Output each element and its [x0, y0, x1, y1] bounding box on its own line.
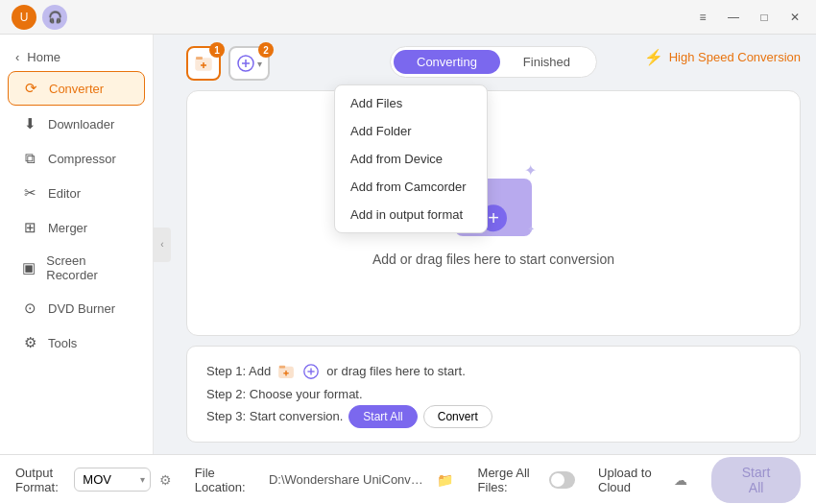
step1-prefix: Step 1: Add	[206, 360, 271, 382]
merger-icon: ⊞	[21, 219, 38, 236]
sidebar-item-downloader[interactable]: ⬇ Downloader	[8, 108, 145, 140]
tab-bar: Converting Finished	[390, 46, 597, 78]
merge-all-label: Merge All Files:	[478, 466, 542, 494]
menu-button[interactable]: ≡	[689, 4, 716, 31]
back-icon: ‹	[15, 50, 19, 64]
step1-suffix: or drag files here to start.	[326, 360, 466, 382]
sparkle-top-icon: ✦	[524, 161, 537, 180]
step3-prefix: Step 3: Start conversion.	[206, 405, 343, 427]
file-location-value: D:\Wondershare UniConverter 1	[269, 472, 428, 487]
sidebar-label-downloader: Downloader	[48, 117, 114, 132]
sidebar-label-merger: Merger	[48, 221, 87, 235]
title-bar: U 🎧 ≡ — □ ✕	[0, 0, 816, 35]
converter-icon: ⟳	[22, 80, 39, 97]
close-button[interactable]: ✕	[781, 4, 808, 31]
sidebar-item-compressor[interactable]: ⧉ Compressor	[8, 142, 145, 175]
screen-recorder-icon: ▣	[21, 259, 36, 276]
tab-finished[interactable]: Finished	[500, 50, 593, 74]
downloader-icon: ⬇	[21, 115, 38, 132]
tools-icon: ⚙	[21, 334, 38, 351]
merge-all-toggle[interactable]	[549, 471, 575, 489]
dropdown-add-files[interactable]: Add Files	[335, 89, 487, 117]
headphone-icon: 🎧	[42, 5, 67, 30]
add-dropdown-button[interactable]: ▾ 2	[228, 46, 270, 81]
upload-cloud-icon[interactable]: ☁	[673, 469, 688, 491]
sidebar-item-converter[interactable]: ⟳ Converter	[8, 71, 145, 106]
home-label: Home	[27, 50, 60, 64]
main-content: 1 ▾ 2 Converting Finished ⚡ High Speed C…	[171, 35, 816, 454]
output-format-select[interactable]: MOV MP4 AVI	[74, 468, 151, 492]
merge-all-field: Merge All Files:	[478, 466, 575, 494]
step3-convert-button[interactable]: Convert	[423, 405, 492, 428]
upload-cloud-field: Upload to Cloud ☁	[598, 466, 688, 494]
sidebar-label-tools: Tools	[48, 336, 77, 350]
sparkle-bottom-icon: ✦	[527, 224, 535, 234]
compressor-icon: ⧉	[21, 150, 38, 167]
add-files-badge: 1	[209, 42, 225, 58]
file-location-folder-icon[interactable]: 📁	[436, 469, 455, 491]
minimize-button[interactable]: —	[720, 4, 747, 31]
svg-rect-8	[279, 366, 285, 369]
start-all-button[interactable]: Start All	[711, 457, 801, 503]
add-dropdown-menu: Add Files Add Folder Add from Device Add…	[334, 84, 488, 233]
sidebar-label-screen-recorder: Screen Recorder	[46, 253, 132, 282]
bolt-icon: ⚡	[644, 48, 663, 66]
output-format-field: Output Format: MOV MP4 AVI ▾ ⚙	[15, 466, 172, 494]
drop-zone[interactable]: + ✦ ✦ ✦ Add or drag files here to start …	[186, 90, 801, 336]
sidebar-item-editor[interactable]: ✂ Editor	[8, 177, 145, 209]
step-3-row: Step 3: Start conversion. Start All Conv…	[206, 405, 780, 428]
svg-rect-1	[196, 57, 203, 60]
sidebar-collapse-button[interactable]: ‹	[154, 228, 171, 262]
dropdown-add-device[interactable]: Add from Device	[335, 145, 487, 173]
add-dropdown-badge: 2	[258, 42, 274, 58]
bottom-bar: Output Format: MOV MP4 AVI ▾ ⚙ File Loca…	[0, 454, 816, 504]
dvd-burner-icon: ⊙	[21, 300, 38, 317]
tab-converting[interactable]: Converting	[394, 50, 500, 74]
drop-zone-text: Add or drag files here to start conversi…	[372, 252, 614, 267]
sidebar-item-dvd-burner[interactable]: ⊙ DVD Burner	[8, 292, 145, 324]
sidebar-item-merger[interactable]: ⊞ Merger	[8, 211, 145, 244]
user-avatar: U	[12, 5, 36, 30]
step-1-row: Step 1: Add or drag f	[206, 360, 780, 382]
high-speed-conversion[interactable]: ⚡ High Speed Conversion	[644, 48, 801, 66]
output-format-settings-icon[interactable]: ⚙	[158, 469, 171, 491]
step2-text: Step 2: Choose your format.	[206, 383, 363, 405]
add-files-button[interactable]: 1	[186, 46, 221, 81]
step1-add-files-icon	[276, 362, 296, 381]
step-2-row: Step 2: Choose your format.	[206, 383, 780, 405]
upload-cloud-label: Upload to Cloud	[598, 466, 665, 494]
editor-icon: ✂	[21, 184, 38, 202]
home-nav[interactable]: ‹ Home	[0, 44, 153, 70]
output-format-select-wrap: MOV MP4 AVI ▾	[74, 468, 151, 492]
maximize-button[interactable]: □	[751, 4, 778, 31]
dropdown-add-output-format[interactable]: Add in output format	[335, 201, 487, 228]
file-location-label: File Location:	[195, 466, 261, 494]
sidebar: ‹ Home ⟳ Converter ⬇ Downloader ⧉ Compre…	[0, 35, 154, 454]
output-format-label: Output Format:	[15, 466, 66, 494]
dropdown-chevron-icon: ▾	[257, 59, 262, 69]
app-body: ‹ Home ⟳ Converter ⬇ Downloader ⧉ Compre…	[0, 35, 816, 454]
steps-panel: Step 1: Add or drag f	[186, 346, 801, 443]
high-speed-label: High Speed Conversion	[669, 50, 801, 64]
sidebar-label-compressor: Compressor	[48, 152, 116, 166]
sidebar-label-dvd-burner: DVD Burner	[48, 301, 115, 316]
sidebar-item-screen-recorder[interactable]: ▣ Screen Recorder	[8, 246, 145, 290]
file-location-field: File Location: D:\Wondershare UniConvert…	[195, 466, 455, 494]
toggle-knob	[551, 473, 564, 487]
sidebar-item-tools[interactable]: ⚙ Tools	[8, 326, 145, 359]
dropdown-add-folder[interactable]: Add Folder	[335, 117, 487, 145]
title-bar-icons: U 🎧	[8, 5, 67, 30]
step1-add-more-icon	[301, 362, 321, 381]
step3-start-all-button[interactable]: Start All	[348, 405, 417, 428]
dropdown-add-camcorder[interactable]: Add from Camcorder	[335, 173, 487, 201]
sidebar-label-editor: Editor	[48, 186, 81, 201]
sidebar-label-converter: Converter	[49, 82, 104, 96]
